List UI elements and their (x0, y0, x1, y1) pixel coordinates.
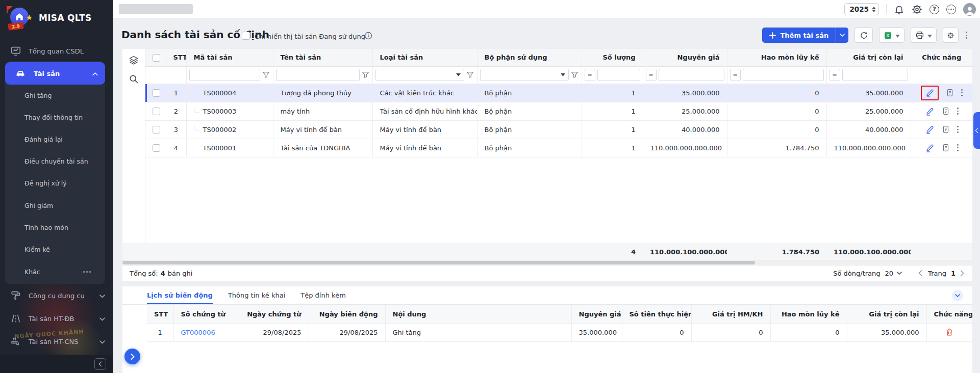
copy-icon[interactable] (945, 88, 954, 97)
add-asset-button[interactable]: Thêm tài sản (762, 28, 836, 43)
chevron-down-icon (99, 338, 105, 345)
help-icon[interactable]: ? (929, 5, 939, 14)
grid-settings-button[interactable] (943, 28, 959, 43)
select-all-header[interactable] (145, 49, 166, 66)
sidebar-item-tai-san[interactable]: Tài sản (5, 62, 105, 85)
horizontal-scrollbar (122, 260, 972, 265)
spinner-arrows-icon[interactable] (872, 7, 876, 12)
row-more-icon[interactable] (957, 126, 959, 133)
sidebar-subitem-khac[interactable]: Khác (5, 261, 105, 282)
search-icon[interactable] (129, 74, 139, 84)
row-checkbox[interactable] (153, 89, 160, 97)
filter-operator-equals[interactable]: = (646, 69, 657, 81)
filter-input-hao-mon[interactable] (743, 69, 824, 81)
sidebar-subitem-kiem-ke[interactable]: Kiểm kê (5, 238, 105, 260)
row-checkbox[interactable] (153, 144, 160, 152)
refresh-button[interactable] (855, 28, 873, 43)
filter-operator-equals[interactable]: = (730, 69, 741, 81)
notification-bell-icon[interactable] (894, 4, 904, 15)
column-header-so-luong[interactable]: Số lượng (582, 49, 643, 66)
history-row[interactable]: 1 GT000006 29/08/2025 29/08/2025 Ghi tăn… (147, 324, 972, 342)
sidebar-item-tai-san-ht-db[interactable]: Tài sản HT-ĐB (0, 308, 113, 329)
assets-submenu-panel: Tài sản Ghi tăng Thay đổi thông tin Đánh… (5, 61, 105, 284)
row-more-icon[interactable] (961, 89, 963, 96)
row-checkbox[interactable] (153, 126, 160, 134)
export-excel-button[interactable] (879, 28, 904, 43)
funnel-icon[interactable] (262, 71, 270, 79)
sidebar-subitem-danh-gia-lai[interactable]: Đánh giá lại (5, 128, 105, 150)
filter-input-gia-tri-con-lai[interactable] (842, 69, 908, 81)
column-header-bo-phan[interactable]: Bộ phận sử dụng (477, 49, 582, 66)
row-more-icon[interactable] (957, 108, 959, 115)
filter-select-bo-phan[interactable] (480, 69, 569, 81)
filter-input-ten-tai-san[interactable] (276, 69, 360, 81)
sidebar-item-cong-cu-dung-cu[interactable]: Công cụ dụng cụ (0, 285, 113, 306)
per-page-select[interactable]: 20 (885, 270, 902, 277)
page-number[interactable]: 1 (951, 270, 956, 277)
sidebar-subitem-de-nghi-xu-ly[interactable]: Đề nghị xử lý (5, 172, 105, 194)
funnel-icon[interactable] (362, 71, 370, 79)
sidebar-subitem-thay-doi-thong-tin[interactable]: Thay đổi thông tin (5, 106, 105, 128)
sidebar-item-tai-san-ht-cns[interactable]: Tài sản HT-CNS (0, 331, 113, 352)
user-avatar[interactable] (963, 3, 976, 16)
table-row[interactable]: 2 TS000003 máy tính Tài sản cố định hữu … (145, 102, 972, 120)
column-header-nguyen-gia[interactable]: Nguyên giá (643, 49, 727, 66)
tab-tep-dinh-kem[interactable]: Tệp đính kèm (300, 286, 346, 304)
filter-input-ma-tai-san[interactable] (189, 69, 260, 81)
layers-icon[interactable] (129, 55, 139, 65)
next-page-icon[interactable] (960, 270, 965, 276)
select-all-checkbox[interactable] (153, 54, 160, 62)
add-asset-dropdown-toggle[interactable] (836, 28, 848, 43)
sidebar-subitem-dieu-chuyen-tai-san[interactable]: Điều chuyển tài sản (5, 150, 105, 172)
edit-icon[interactable] (925, 106, 935, 116)
sidebar-subitem-tinh-hao-mon[interactable]: Tính hao mòn (5, 217, 105, 238)
edit-icon[interactable] (925, 143, 935, 153)
sidebar-item-tong-quan-csdl[interactable]: Tổng quan CSDL (0, 41, 113, 61)
column-header-ten-tai-san[interactable]: Tên tài sản (273, 49, 372, 66)
column-header-gia-tri-con-lai[interactable]: Giá trị còn lại (826, 49, 911, 66)
column-header-ma-tai-san[interactable]: Mã tài sản (186, 49, 273, 66)
filter-input-so-luong[interactable] (597, 69, 640, 81)
dcell-gia-tri-hm-kh: 0 (691, 324, 770, 342)
print-button[interactable] (911, 28, 937, 43)
info-icon[interactable] (364, 32, 372, 40)
edit-icon[interactable] (925, 88, 935, 98)
table-row[interactable]: 3 TS000002 Máy vi tính để bàn Máy vi tín… (145, 120, 972, 139)
more-options-icon[interactable] (946, 5, 956, 14)
sidebar-subitem-ghi-tang[interactable]: Ghi tăng (5, 85, 105, 106)
column-header-stt[interactable]: STT (166, 49, 186, 66)
scrollbar-thumb[interactable] (122, 261, 755, 264)
table-row[interactable]: 4 TS000001 Tài sản của TDNGHIA Máy vi tí… (145, 139, 972, 157)
prev-page-icon[interactable] (918, 270, 923, 276)
row-checkbox[interactable] (153, 108, 160, 115)
subitem-label: Tính hao mòn (24, 224, 68, 231)
sidebar-subitem-ghi-giam[interactable]: Ghi giảm (5, 195, 105, 216)
show-in-use-checkbox[interactable] (242, 32, 250, 40)
filter-select-loai-tai-san[interactable] (375, 69, 464, 81)
expand-panel-button[interactable] (124, 349, 140, 364)
filter-input-nguyen-gia[interactable] (659, 69, 724, 81)
more-actions-button[interactable] (965, 28, 968, 43)
column-header-hao-mon[interactable]: Hao mòn lũy kế (727, 49, 826, 66)
copy-icon[interactable] (941, 143, 950, 152)
funnel-icon[interactable] (466, 71, 474, 79)
copy-icon[interactable] (941, 125, 950, 134)
sidebar-collapse-button[interactable] (94, 358, 106, 370)
funnel-icon[interactable] (571, 71, 579, 79)
right-panel-handle[interactable] (973, 112, 980, 149)
tab-lich-su-bien-dong[interactable]: Lịch sử biến động (147, 286, 213, 304)
collapse-detail-icon[interactable] (952, 290, 963, 301)
delete-icon[interactable] (945, 327, 954, 337)
row-more-icon[interactable] (957, 144, 959, 151)
column-header-loai-tai-san[interactable]: Loại tài sản (372, 49, 477, 66)
settings-gear-icon[interactable] (912, 4, 922, 15)
filter-operator-equals[interactable]: = (830, 69, 840, 81)
copy-icon[interactable] (941, 106, 950, 116)
grid-side-rail (122, 49, 145, 244)
table-row[interactable]: 1 TS000004 Tượng đá phong thủy Các vật k… (145, 84, 972, 102)
tab-thong-tin-ke-khai[interactable]: Thông tin kê khai (228, 286, 285, 304)
document-link[interactable]: GT000006 (181, 329, 215, 336)
fiscal-year-spinner[interactable]: 2025 (844, 3, 879, 15)
edit-icon[interactable] (925, 125, 935, 135)
filter-operator-equals[interactable]: = (585, 69, 595, 81)
